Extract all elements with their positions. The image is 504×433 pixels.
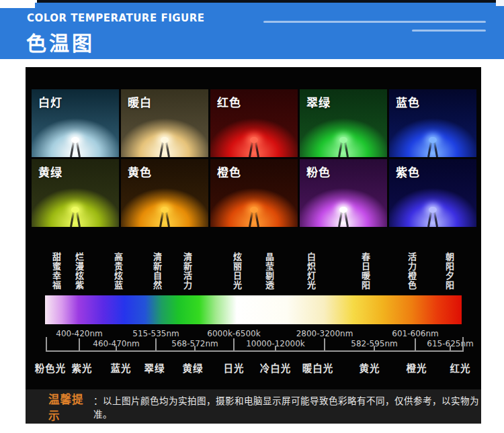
- led-leg-icon: [427, 141, 432, 157]
- led-core-glow: [429, 137, 437, 143]
- wavelength-label: 601-606nm: [392, 329, 438, 338]
- color-name-label: 红光: [450, 360, 471, 375]
- led-leg-icon: [159, 141, 164, 157]
- header: COLOR TEMPERATURE FIGURE 色温图: [0, 3, 504, 59]
- header-title-en: COLOR TEMPERATURE FIGURE: [27, 12, 205, 24]
- led-leg-icon: [338, 211, 343, 227]
- led-leg-icon: [70, 141, 75, 157]
- ruler-tick: [194, 346, 196, 350]
- led-core-glow: [71, 207, 79, 213]
- led-cell-label: 橙色: [217, 163, 241, 180]
- led-cell-label: 蓝色: [396, 93, 420, 110]
- mood-label: 清新自然: [152, 252, 161, 290]
- wavelength-label: 400-420nm: [56, 329, 102, 338]
- mood-label: 高贵炫蓝: [113, 252, 122, 290]
- led-core-glow: [250, 207, 258, 213]
- mood-label: 春日暖阳: [360, 252, 370, 290]
- mood-label: 白炽灯光: [306, 252, 315, 290]
- led-cell: 红色: [210, 89, 298, 157]
- corner-white-right: [496, 0, 504, 6]
- led-cell-label: 暖白: [128, 93, 152, 110]
- led-cell-label: 粉色: [306, 163, 331, 180]
- led-cell: 橙色: [210, 159, 298, 227]
- led-leg-icon: [165, 141, 170, 157]
- ruler-tick: [233, 338, 235, 350]
- color-name-label: 翠绿: [144, 360, 165, 375]
- ruler-tick: [275, 346, 276, 350]
- led-leg-icon: [76, 141, 81, 157]
- ruler-tick: [450, 346, 451, 350]
- decor-line-top: [263, 21, 486, 23]
- mood-label: 朝阳夕阳: [444, 252, 454, 290]
- wavelength-label: 515-535nm: [132, 329, 179, 338]
- led-photo-grid: 白灯暖白红色翠绿蓝色黄绿黄色橙色粉色紫色: [32, 89, 476, 227]
- led-cell: 粉色: [300, 159, 387, 227]
- corner-white-left: [0, 0, 35, 8]
- mood-label: 活力橙色: [407, 252, 416, 290]
- led-leg-icon: [338, 141, 343, 157]
- mood-label: 甜蜜幸福: [51, 252, 60, 290]
- color-name-label: 黄绿: [183, 360, 204, 375]
- ruler-tick: [116, 346, 117, 350]
- color-panel: 白灯暖白红色翠绿蓝色黄绿黄色橙色粉色紫色 甜蜜幸福烂漫炫紫高贵炫蓝清新自然清新活…: [26, 67, 481, 389]
- tip-text: ：以上图片颜色均为实拍图，摄影和电脑显示屏可能导致色彩略有不同，仅供参考，以实物…: [93, 393, 481, 420]
- led-cell: 紫色: [389, 159, 476, 227]
- mood-label: 烂漫炫紫: [74, 252, 83, 290]
- led-cell: 蓝色: [389, 89, 476, 157]
- led-leg-icon: [70, 211, 75, 227]
- spectrum-gradient-bar: [45, 295, 462, 324]
- led-cell: 黄绿: [32, 159, 119, 227]
- tip-label: 温馨提示: [48, 391, 93, 423]
- wavelength-label: 6000k-6500k: [207, 329, 260, 338]
- led-core-glow: [429, 207, 437, 213]
- led-core-glow: [339, 137, 347, 143]
- ruler-tick: [374, 346, 375, 350]
- mood-label: 清新活力: [182, 252, 192, 290]
- led-cell: 翠绿: [300, 89, 387, 157]
- led-cell-label: 白灯: [38, 93, 62, 110]
- color-name-label: 粉色光: [35, 360, 67, 375]
- ruler-tick: [79, 338, 80, 350]
- led-core-glow: [71, 137, 79, 143]
- led-leg-icon: [165, 211, 170, 227]
- page: COLOR TEMPERATURE FIGURE 色温图 白灯暖白红色翠绿蓝色黄…: [0, 0, 504, 433]
- color-name-label: 紫光: [72, 360, 93, 375]
- page-title: 色温图: [26, 27, 95, 56]
- ruler-tick: [324, 338, 325, 350]
- tip-bar: 温馨提示：以上图片颜色均为实拍图，摄影和电脑显示屏可能导致色彩略有不同，仅供参考…: [26, 389, 481, 424]
- color-name-label: 日光: [224, 360, 245, 375]
- ruler-tick: [462, 337, 464, 350]
- led-cell-label: 紫色: [396, 163, 420, 180]
- led-cell-label: 黄绿: [38, 163, 62, 180]
- led-leg-icon: [159, 211, 164, 227]
- mood-label: 炫丽日光: [232, 252, 241, 290]
- ruler-tick: [155, 338, 157, 350]
- led-leg-icon: [433, 211, 438, 227]
- ruler-tick: [46, 337, 47, 350]
- led-leg-icon: [76, 211, 81, 227]
- led-leg-icon: [344, 211, 349, 227]
- color-name-label: 橙光: [407, 360, 427, 375]
- led-core-glow: [161, 207, 169, 213]
- led-leg-icon: [255, 141, 259, 157]
- led-core-glow: [339, 207, 347, 213]
- color-name-label: 暖白光: [302, 360, 334, 375]
- led-leg-icon: [344, 141, 349, 157]
- led-leg-icon: [249, 211, 253, 227]
- led-cell: 黄色: [121, 159, 208, 227]
- color-name-label: 黄光: [360, 360, 380, 375]
- ruler-tick: [415, 338, 416, 350]
- led-leg-icon: [249, 141, 253, 157]
- wavelength-label: 2800-3200nm: [296, 329, 353, 338]
- led-leg-icon: [433, 141, 438, 157]
- led-cell-label: 黄色: [128, 163, 152, 180]
- color-name-label: 蓝光: [111, 360, 132, 375]
- led-cell: 暖白: [121, 89, 208, 157]
- led-leg-icon: [255, 211, 259, 227]
- color-name-label: 冷白光: [260, 360, 292, 375]
- led-core-glow: [161, 137, 169, 143]
- ruler-line: [46, 350, 464, 352]
- decor-line-bottom: [412, 30, 486, 32]
- led-cell-label: 红色: [217, 93, 241, 110]
- led-core-glow: [250, 137, 258, 143]
